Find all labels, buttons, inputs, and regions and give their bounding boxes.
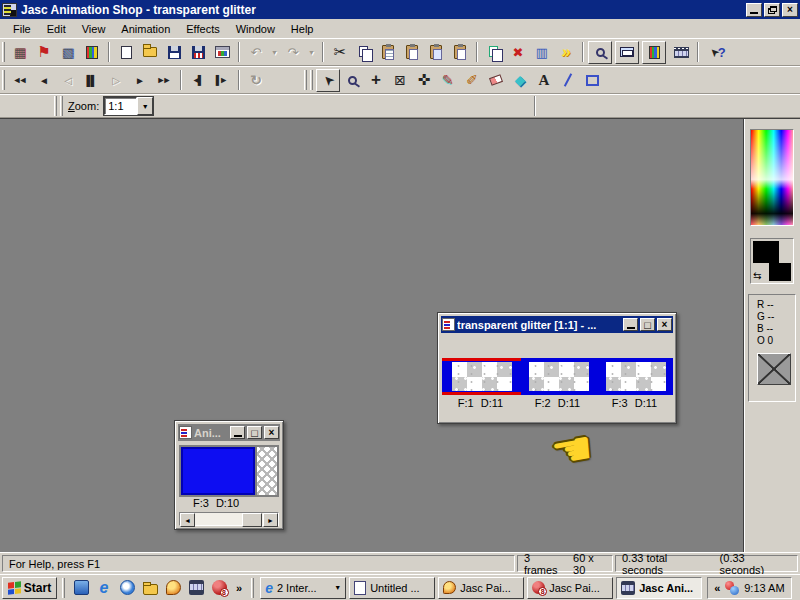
flood-fill-tool[interactable]: ◆: [508, 69, 532, 92]
toggle-toolbar-button[interactable]: [615, 41, 639, 64]
undo-dropdown[interactable]: ▼: [268, 41, 281, 64]
frame-1[interactable]: [452, 362, 512, 391]
doc-close-button[interactable]: ×: [657, 318, 672, 331]
menu-window[interactable]: Window: [229, 21, 282, 37]
minimize-button[interactable]: [746, 3, 762, 17]
propagate-paste-button[interactable]: ▥: [530, 41, 554, 64]
browse-button[interactable]: [210, 41, 234, 64]
zoom-dropdown-button[interactable]: ▼: [137, 97, 153, 115]
tray-app-icon[interactable]: [725, 581, 739, 595]
play-backward-button[interactable]: ◁: [56, 69, 80, 92]
quicklaunch-msn-icon[interactable]: [117, 578, 137, 598]
frame-2[interactable]: [529, 362, 589, 391]
color-swatches[interactable]: ⇆: [750, 238, 794, 284]
go-last-frame-button[interactable]: ►►: [152, 69, 176, 92]
taskbar-button-paintshop1[interactable]: Jasc Pai...: [438, 577, 524, 599]
animation-thumbnail-window[interactable]: Ani... □ × F:3D:10 ◄ ►: [174, 420, 284, 530]
duplicate-frame-button[interactable]: [482, 41, 506, 64]
eyedropper-tool[interactable]: ✎: [436, 69, 460, 92]
banner-wizard-button[interactable]: ⚑: [32, 41, 56, 64]
toggle-filmstrip-button[interactable]: [669, 41, 693, 64]
color-picker-gradient[interactable]: [750, 129, 794, 226]
quicklaunch-animationshop-icon[interactable]: [186, 578, 206, 598]
menu-file[interactable]: File: [6, 21, 38, 37]
taskbar-grip[interactable]: [251, 578, 254, 598]
menu-edit[interactable]: Edit: [40, 21, 73, 37]
step-forward-button[interactable]: ▌►: [210, 69, 234, 92]
cut-button[interactable]: ✂: [328, 41, 352, 64]
registration-mark-tool[interactable]: +: [364, 69, 388, 92]
document-title-bar[interactable]: transparent glitter [1:1] - ... □ ×: [441, 316, 673, 333]
menu-help[interactable]: Help: [284, 21, 321, 37]
thumb-minimize-button[interactable]: [230, 426, 245, 439]
doc-maximize-button[interactable]: □: [640, 318, 655, 331]
loop-button[interactable]: ↻: [244, 69, 268, 92]
play-forward-outline-button[interactable]: ▷: [104, 69, 128, 92]
go-first-frame-button[interactable]: ◄◄: [8, 69, 32, 92]
save-button[interactable]: [162, 41, 186, 64]
menu-effects[interactable]: Effects: [179, 21, 226, 37]
quicklaunch-app8-icon[interactable]: 8: [209, 578, 229, 598]
menu-view[interactable]: View: [75, 21, 113, 37]
document-window[interactable]: transparent glitter [1:1] - ... □ × F:1D…: [437, 312, 677, 424]
toolbar-grip[interactable]: [54, 96, 57, 116]
swap-colors-icon[interactable]: ⇆: [753, 270, 761, 281]
quicklaunch-ie-icon[interactable]: e: [94, 578, 114, 598]
taskbar-button-paintshop2[interactable]: 8Jasc Pai...: [527, 577, 613, 599]
frame-3[interactable]: [606, 362, 666, 391]
open-button[interactable]: [138, 41, 162, 64]
quicklaunch-paintshop-icon[interactable]: [163, 578, 183, 598]
context-help-button[interactable]: ➤?: [703, 41, 733, 64]
paste-new-animation-button[interactable]: [400, 41, 424, 64]
new-button[interactable]: [114, 41, 138, 64]
thumb-frame-image[interactable]: [181, 447, 255, 495]
toolbar-grip[interactable]: [2, 70, 5, 90]
glitter-button[interactable]: »: [554, 41, 578, 64]
arrow-tool[interactable]: ➤: [316, 69, 340, 92]
copy-special-button[interactable]: [376, 41, 400, 64]
step-back-button[interactable]: ◄▌: [186, 69, 210, 92]
menu-animation[interactable]: Animation: [114, 21, 177, 37]
toggle-zoom-preview-button[interactable]: [588, 41, 612, 64]
animation-wizard-button[interactable]: ▦: [8, 41, 32, 64]
pause-button[interactable]: ▌▌: [80, 69, 104, 92]
redo-button[interactable]: ↷: [281, 41, 305, 64]
thumb-title-bar[interactable]: Ani... □ ×: [178, 424, 280, 441]
brush-tool[interactable]: ✐: [460, 69, 484, 92]
scroll-left-button[interactable]: ◄: [180, 513, 195, 527]
restore-button[interactable]: [764, 3, 780, 17]
shape-tool[interactable]: [580, 69, 604, 92]
paste-into-frame-button[interactable]: [448, 41, 472, 64]
quicklaunch-folder-icon[interactable]: [140, 578, 160, 598]
toggle-color-palette-button[interactable]: [642, 41, 666, 64]
app-title-bar[interactable]: Jasc Animation Shop - transparent glitte…: [0, 0, 800, 19]
image-transition-button[interactable]: ▧: [56, 41, 80, 64]
toolbar-grip[interactable]: [2, 42, 5, 62]
thumb-maximize-button[interactable]: □: [247, 426, 262, 439]
copy-button[interactable]: [352, 41, 376, 64]
toolbar-grip[interactable]: [304, 70, 307, 90]
quicklaunch-overflow-chevron[interactable]: »: [236, 582, 242, 594]
close-button[interactable]: ×: [782, 3, 798, 17]
play-button[interactable]: ►: [128, 69, 152, 92]
save-frame-button[interactable]: [186, 41, 210, 64]
transparent-color-indicator[interactable]: [757, 353, 791, 385]
scroll-right-button[interactable]: ►: [263, 513, 278, 527]
tray-chevron[interactable]: «: [714, 582, 720, 594]
prev-frame-button[interactable]: ◄: [32, 69, 56, 92]
delete-frames-button[interactable]: ✖: [506, 41, 530, 64]
paste-after-frame-button[interactable]: [424, 41, 448, 64]
move-tool[interactable]: ✜: [412, 69, 436, 92]
taskbar-grip[interactable]: [62, 578, 65, 598]
scroll-thumb[interactable]: [242, 513, 262, 527]
thumb-close-button[interactable]: ×: [264, 426, 279, 439]
quicklaunch-outlook-icon[interactable]: [71, 578, 91, 598]
taskbar-button-animationshop[interactable]: Jasc Ani...: [616, 577, 702, 599]
foreground-color-swatch[interactable]: [753, 241, 779, 263]
background-color-swatch[interactable]: [769, 263, 791, 281]
start-button[interactable]: Start: [2, 577, 57, 599]
taskbar-button-internet[interactable]: e 2 Inter... ▼: [260, 577, 346, 599]
redo-dropdown[interactable]: ▼: [305, 41, 318, 64]
toolbar-grip[interactable]: [60, 96, 63, 116]
taskbar-button-untitled[interactable]: Untitled ...: [349, 577, 435, 599]
